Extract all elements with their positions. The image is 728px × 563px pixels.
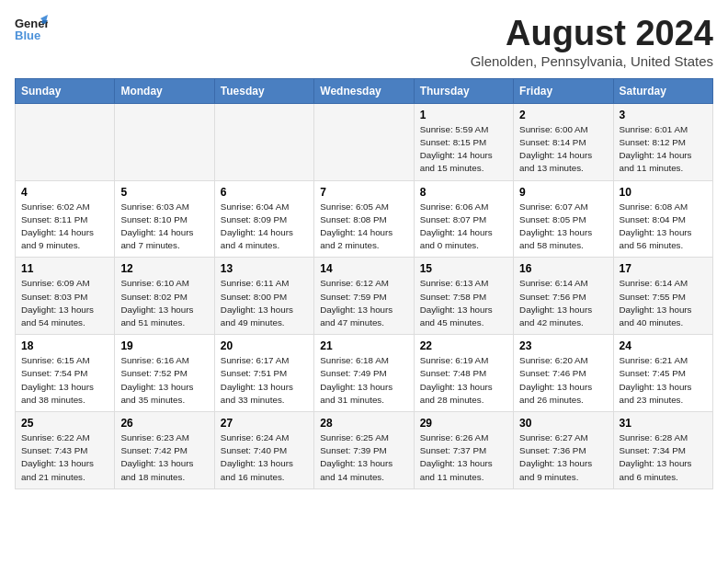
day-number: 16 [519,262,607,275]
day-info: Sunrise: 6:17 AMSunset: 7:51 PMDaylight:… [221,354,308,407]
day-info: Sunrise: 6:01 AMSunset: 8:12 PMDaylight:… [620,123,707,176]
day-number: 29 [420,417,507,430]
day-info: Sunrise: 6:28 AMSunset: 7:34 PMDaylight:… [620,431,707,484]
day-number: 28 [320,417,407,430]
day-number: 2 [519,109,607,121]
day-number: 19 [120,339,208,352]
weekday-header-thursday: Thursday [414,78,513,103]
week-row-5: 25Sunrise: 6:22 AMSunset: 7:43 PMDayligh… [16,412,713,489]
day-info: Sunrise: 6:16 AMSunset: 7:52 PMDaylight:… [120,354,208,407]
logo: General Blue [15,15,48,42]
calendar-cell: 25Sunrise: 6:22 AMSunset: 7:43 PMDayligh… [16,412,115,489]
location: Glenolden, Pennsylvania, United States [471,53,713,69]
calendar-cell: 23Sunrise: 6:20 AMSunset: 7:46 PMDayligh… [514,335,613,412]
weekday-header-saturday: Saturday [613,78,712,103]
day-number: 4 [21,186,108,199]
calendar-cell: 17Sunrise: 6:14 AMSunset: 7:55 PMDayligh… [613,258,712,335]
calendar-cell: 28Sunrise: 6:25 AMSunset: 7:39 PMDayligh… [314,412,414,489]
day-number: 23 [519,339,607,352]
day-info: Sunrise: 6:12 AMSunset: 7:59 PMDaylight:… [320,277,407,329]
day-info: Sunrise: 6:26 AMSunset: 7:37 PMDaylight:… [420,431,507,484]
weekday-header-friday: Friday [514,78,613,103]
day-number: 9 [519,186,607,199]
calendar-cell: 21Sunrise: 6:18 AMSunset: 7:49 PMDayligh… [314,335,414,412]
calendar-cell: 8Sunrise: 6:06 AMSunset: 8:07 PMDaylight… [414,180,513,258]
month-title: August 2024 [471,15,713,53]
day-number: 20 [221,339,308,352]
day-number: 24 [620,339,707,352]
day-number: 10 [620,186,707,199]
calendar-cell: 5Sunrise: 6:03 AMSunset: 8:10 PMDaylight… [115,180,214,258]
day-info: Sunrise: 6:22 AMSunset: 7:43 PMDaylight:… [21,431,108,484]
calendar-cell: 11Sunrise: 6:09 AMSunset: 8:03 PMDayligh… [16,258,115,335]
calendar-cell: 12Sunrise: 6:10 AMSunset: 8:02 PMDayligh… [115,258,214,335]
day-info: Sunrise: 6:10 AMSunset: 8:02 PMDaylight:… [120,277,208,329]
calendar-cell: 18Sunrise: 6:15 AMSunset: 7:54 PMDayligh… [16,335,115,412]
calendar-cell [314,103,414,180]
day-info: Sunrise: 6:14 AMSunset: 7:56 PMDaylight:… [519,277,607,329]
calendar-table: SundayMondayTuesdayWednesdayThursdayFrid… [15,78,713,489]
weekday-header-wednesday: Wednesday [314,78,414,103]
day-number: 8 [420,186,507,199]
day-number: 27 [221,417,308,430]
day-info: Sunrise: 6:06 AMSunset: 8:07 PMDaylight:… [420,201,507,253]
calendar-cell: 27Sunrise: 6:24 AMSunset: 7:40 PMDayligh… [214,412,313,489]
day-info: Sunrise: 6:05 AMSunset: 8:08 PMDaylight:… [320,201,407,253]
calendar-cell [214,103,313,180]
day-number: 14 [320,262,407,275]
calendar-cell: 20Sunrise: 6:17 AMSunset: 7:51 PMDayligh… [214,335,313,412]
day-number: 31 [620,417,707,430]
calendar-cell: 9Sunrise: 6:07 AMSunset: 8:05 PMDaylight… [514,180,613,258]
day-number: 3 [620,109,707,121]
day-number: 13 [221,262,308,275]
calendar-cell: 14Sunrise: 6:12 AMSunset: 7:59 PMDayligh… [314,258,414,335]
day-info: Sunrise: 6:02 AMSunset: 8:11 PMDaylight:… [21,201,108,253]
day-info: Sunrise: 6:19 AMSunset: 7:48 PMDaylight:… [420,354,507,407]
calendar-cell [115,103,214,180]
calendar-cell: 30Sunrise: 6:27 AMSunset: 7:36 PMDayligh… [514,412,613,489]
day-number: 1 [420,109,507,121]
week-row-1: 1Sunrise: 5:59 AMSunset: 8:15 PMDaylight… [16,103,713,180]
day-number: 30 [519,417,607,430]
day-info: Sunrise: 6:08 AMSunset: 8:04 PMDaylight:… [620,201,707,253]
day-number: 6 [221,186,308,199]
weekday-header-sunday: Sunday [16,78,115,103]
calendar-cell: 4Sunrise: 6:02 AMSunset: 8:11 PMDaylight… [16,180,115,258]
title-block: August 2024 Glenolden, Pennsylvania, Uni… [471,15,713,69]
calendar-cell [16,103,115,180]
day-info: Sunrise: 6:07 AMSunset: 8:05 PMDaylight:… [519,201,607,253]
svg-text:Blue: Blue [15,29,40,42]
day-number: 15 [420,262,507,275]
day-info: Sunrise: 6:11 AMSunset: 8:00 PMDaylight:… [221,277,308,329]
day-number: 11 [21,262,108,275]
calendar-cell: 26Sunrise: 6:23 AMSunset: 7:42 PMDayligh… [115,412,214,489]
calendar-cell: 1Sunrise: 5:59 AMSunset: 8:15 PMDaylight… [414,103,513,180]
day-info: Sunrise: 6:04 AMSunset: 8:09 PMDaylight:… [221,201,308,253]
day-info: Sunrise: 6:24 AMSunset: 7:40 PMDaylight:… [221,431,308,484]
day-info: Sunrise: 6:25 AMSunset: 7:39 PMDaylight:… [320,431,407,484]
day-number: 7 [320,186,407,199]
day-info: Sunrise: 6:09 AMSunset: 8:03 PMDaylight:… [21,277,108,329]
calendar-cell: 10Sunrise: 6:08 AMSunset: 8:04 PMDayligh… [613,180,712,258]
day-info: Sunrise: 6:03 AMSunset: 8:10 PMDaylight:… [120,201,208,253]
calendar-cell: 2Sunrise: 6:00 AMSunset: 8:14 PMDaylight… [514,103,613,180]
day-info: Sunrise: 6:23 AMSunset: 7:42 PMDaylight:… [120,431,208,484]
week-row-3: 11Sunrise: 6:09 AMSunset: 8:03 PMDayligh… [16,258,713,335]
calendar-cell: 22Sunrise: 6:19 AMSunset: 7:48 PMDayligh… [414,335,513,412]
day-number: 22 [420,339,507,352]
calendar-cell: 15Sunrise: 6:13 AMSunset: 7:58 PMDayligh… [414,258,513,335]
page-header: General Blue August 2024 Glenolden, Penn… [15,15,713,69]
day-info: Sunrise: 6:13 AMSunset: 7:58 PMDaylight:… [420,277,507,329]
day-number: 18 [21,339,108,352]
day-number: 12 [120,262,208,275]
day-number: 21 [320,339,407,352]
day-info: Sunrise: 6:20 AMSunset: 7:46 PMDaylight:… [519,354,607,407]
week-row-2: 4Sunrise: 6:02 AMSunset: 8:11 PMDaylight… [16,180,713,258]
calendar-cell: 19Sunrise: 6:16 AMSunset: 7:52 PMDayligh… [115,335,214,412]
weekday-header-monday: Monday [115,78,214,103]
day-info: Sunrise: 6:14 AMSunset: 7:55 PMDaylight:… [620,277,707,329]
day-info: Sunrise: 6:15 AMSunset: 7:54 PMDaylight:… [21,354,108,407]
day-number: 25 [21,417,108,430]
week-row-4: 18Sunrise: 6:15 AMSunset: 7:54 PMDayligh… [16,335,713,412]
day-number: 5 [120,186,208,199]
